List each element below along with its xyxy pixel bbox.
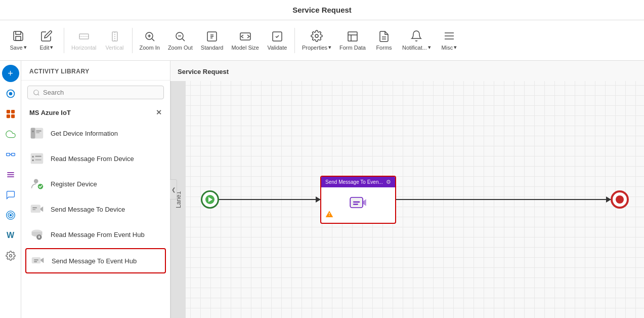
apps-nav-icon[interactable] (2, 105, 19, 123)
svg-rect-52 (31, 205, 40, 213)
integration-nav-icon[interactable] (2, 146, 19, 163)
sep3 (294, 28, 295, 53)
validate-button[interactable]: Validate (264, 27, 290, 54)
svg-rect-28 (6, 153, 10, 156)
node-icon (349, 194, 367, 216)
section-header: MS Azure IoT ✕ (21, 104, 170, 121)
node-header: Send Message To Even... ⚙ (321, 177, 395, 187)
svg-rect-58 (38, 237, 40, 238)
svg-point-38 (34, 90, 38, 94)
svg-rect-48 (35, 156, 41, 157)
activity-label: Read Message From Event Hub (51, 231, 145, 238)
add-button[interactable]: + (2, 65, 19, 82)
horizontal-button[interactable]: Horizontal (68, 27, 100, 54)
properties-button[interactable]: Properties ▾ (299, 27, 334, 54)
zoom-out-button[interactable]: Zoom Out (165, 27, 196, 54)
sep1 (64, 28, 64, 53)
svg-point-42 (32, 131, 34, 133)
zoom-in-button[interactable]: Zoom In (137, 27, 163, 54)
svg-rect-24 (7, 110, 10, 113)
svg-rect-53 (32, 208, 37, 209)
svg-rect-27 (11, 115, 14, 118)
close-section-button[interactable]: ✕ (156, 108, 162, 116)
main-layout: + W ACTIVITY LIBRARY (0, 61, 644, 318)
activity-label: Get Device Information (51, 130, 118, 137)
activity-panel: ACTIVITY LIBRARY MS Azure IoT ✕ Get Devi… (21, 61, 170, 318)
lane: Lane1 (170, 81, 644, 318)
start-event[interactable] (201, 190, 219, 209)
toolbar: Save ▾ Edit ▾ Horizontal Vertical Zoom I… (0, 20, 644, 61)
top-bar: Service Request (0, 0, 644, 20)
vertical-button[interactable]: Vertical (102, 27, 128, 54)
misc-button[interactable]: Misc ▾ (436, 27, 462, 54)
target-nav-icon[interactable] (2, 207, 19, 224)
svg-point-50 (34, 179, 38, 183)
list-item[interactable]: Get Device Information (21, 121, 170, 146)
canvas-label: Service Request (178, 68, 229, 75)
start-event-inner (205, 195, 214, 204)
register-device-icon (29, 176, 45, 191)
node-warning-icon (325, 210, 333, 220)
svg-point-36 (10, 214, 11, 216)
search-input[interactable] (43, 89, 158, 96)
settings-nav-icon[interactable] (2, 247, 19, 264)
activity-label: Register Device (51, 180, 97, 188)
model-size-button[interactable]: Model Size (228, 27, 262, 54)
svg-rect-44 (36, 132, 39, 133)
lane-label: Lane1 (170, 81, 186, 318)
node-settings-icon[interactable]: ⚙ (386, 179, 391, 185)
svg-rect-45 (31, 153, 44, 164)
svg-line-6 (152, 38, 154, 41)
app-title: Service Request (292, 6, 352, 14)
svg-rect-16 (348, 32, 357, 41)
read-event-hub-icon (29, 227, 45, 242)
list-item[interactable]: Read Message From Device (21, 146, 170, 171)
notifications-button[interactable]: Notificat... ▾ (399, 27, 434, 54)
chat-nav-icon[interactable] (2, 186, 19, 204)
svg-rect-29 (11, 153, 15, 156)
svg-point-46 (32, 156, 34, 158)
search-box[interactable] (27, 86, 164, 99)
node-body (321, 187, 395, 223)
svg-point-15 (315, 34, 318, 37)
collapse-panel-button[interactable]: ❮ (170, 179, 177, 200)
svg-marker-60 (208, 197, 212, 202)
send-event-hub-icon (30, 253, 46, 268)
save-button[interactable]: Save ▾ (5, 27, 31, 54)
svg-rect-26 (7, 115, 10, 118)
icon-bar: + W (0, 61, 21, 318)
svg-rect-0 (16, 36, 21, 41)
section-title: MS Azure IoT (29, 109, 71, 116)
canvas-area: Service Request Lane1 (170, 61, 644, 318)
end-event-inner (616, 195, 624, 204)
edit-button[interactable]: Edit ▾ (33, 27, 60, 54)
list-item[interactable]: Register Device (21, 171, 170, 196)
list-item[interactable]: Send Message To Device (21, 196, 170, 222)
forms-button[interactable]: Forms (371, 27, 397, 54)
svg-rect-49 (35, 160, 41, 161)
standard-button[interactable]: Standard (198, 27, 227, 54)
wordpress-nav-icon[interactable]: W (2, 227, 19, 244)
svg-point-23 (9, 93, 12, 95)
svg-rect-54 (32, 209, 35, 210)
process-nav-icon[interactable] (2, 85, 19, 102)
activity-node[interactable]: Send Message To Even... ⚙ (320, 176, 396, 224)
cloud-nav-icon[interactable] (2, 126, 19, 143)
get-device-info-icon (29, 126, 45, 141)
list-item[interactable]: Send Message To Event Hub (25, 248, 166, 273)
read-device-icon (29, 151, 45, 166)
list-nav-icon[interactable] (2, 166, 19, 183)
sep2 (132, 28, 133, 53)
end-event[interactable] (611, 190, 629, 209)
list-item[interactable]: Read Message From Event Hub (21, 222, 170, 247)
send-device-icon (29, 202, 45, 217)
svg-rect-41 (31, 128, 35, 139)
activity-list: Get Device Information Read Message From… (21, 121, 170, 318)
activity-label: Read Message From Device (51, 155, 134, 163)
activity-library-title: ACTIVITY LIBRARY (21, 61, 170, 81)
svg-point-47 (32, 160, 34, 162)
svg-point-37 (9, 255, 12, 257)
svg-line-10 (183, 38, 185, 41)
activity-label: Send Message To Device (51, 206, 125, 213)
form-data-button[interactable]: Form Data (336, 27, 369, 54)
